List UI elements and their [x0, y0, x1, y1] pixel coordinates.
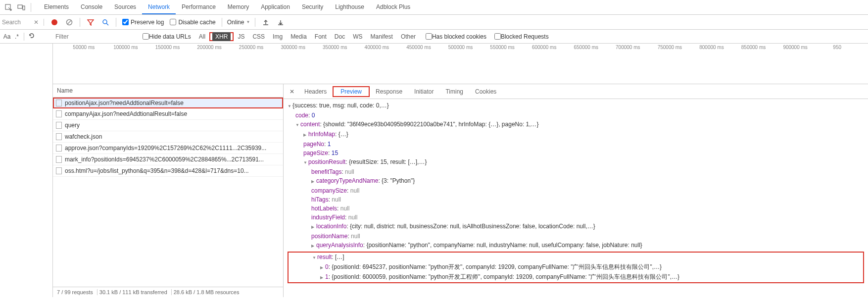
search-results-sidebar [0, 44, 53, 297]
type-manifest[interactable]: Manifest [368, 32, 396, 41]
request-row[interactable]: positionAjax.json?needAddtionalResult=fa… [53, 98, 283, 108]
tick: 350000 ms [314, 45, 356, 50]
type-js[interactable]: JS [235, 32, 247, 41]
panel-tabs: Elements Console Sources Network Perform… [38, 0, 416, 14]
tab-adblock[interactable]: Adblock Plus [370, 0, 416, 14]
disable-cache-checkbox[interactable]: Disable cache [170, 19, 215, 26]
svg-rect-1 [18, 5, 22, 8]
tick: 150000 ms [146, 45, 189, 50]
type-css[interactable]: CSS [249, 32, 268, 41]
close-detail-icon[interactable]: ✕ [286, 88, 298, 95]
request-row[interactable]: oss.html?u=/jobs/list_python&q=395&n=398… [53, 165, 283, 177]
tab-elements[interactable]: Elements [38, 0, 75, 14]
tick: 650000 ms [565, 45, 607, 50]
request-row[interactable]: mark_info?positionIds=6945237%2C6000059%… [53, 154, 283, 165]
request-detail-pane: ✕ Headers Preview Response Initiator Tim… [284, 84, 868, 297]
tick: 250000 ms [230, 45, 272, 50]
tick: 750000 ms [649, 45, 691, 50]
status-transferred: 30.1 kB / 111 kB transferred [99, 289, 172, 295]
blocked-requests-checkbox[interactable]: Blocked Requests [494, 33, 549, 40]
tick: 600000 ms [523, 45, 565, 50]
tick: 50000 ms [63, 45, 105, 50]
tab-console[interactable]: Console [75, 0, 108, 14]
file-icon [56, 156, 62, 163]
type-ws[interactable]: WS [350, 32, 365, 41]
detail-tab-initiator[interactable]: Initiator [408, 85, 439, 98]
status-resources: 28.6 kB / 1.8 MB resources [174, 289, 240, 295]
svg-line-6 [106, 23, 108, 25]
status-bar: 7 / 99 requests 30.1 kB / 111 kB transfe… [53, 287, 283, 297]
record-button[interactable] [49, 17, 60, 28]
search-label: Search [2, 19, 21, 26]
has-blocked-cookies-checkbox[interactable]: Has blocked cookies [426, 33, 486, 40]
tick: 450000 ms [398, 45, 440, 50]
tab-sources[interactable]: Sources [108, 0, 142, 14]
tab-application[interactable]: Application [255, 0, 296, 14]
file-icon [56, 122, 62, 129]
tick: 850000 ms [732, 45, 774, 50]
tick: 700000 ms [607, 45, 649, 50]
type-doc[interactable]: Doc [332, 32, 348, 41]
filter-toggle-icon[interactable] [85, 17, 96, 28]
tab-lighthouse[interactable]: Lighthouse [329, 0, 370, 14]
tick: 800000 ms [691, 45, 733, 50]
tick: 100000 ms [105, 45, 147, 50]
type-font[interactable]: Font [312, 32, 330, 41]
tab-memory[interactable]: Memory [222, 0, 255, 14]
download-har-icon[interactable] [275, 17, 286, 28]
filter-input[interactable] [54, 32, 139, 41]
file-icon [56, 145, 62, 152]
tab-security[interactable]: Security [296, 0, 329, 14]
hide-data-urls-checkbox[interactable]: Hide data URLs [143, 33, 191, 40]
tab-network[interactable]: Network [142, 0, 176, 14]
tick: 500000 ms [439, 45, 482, 50]
match-case-icon[interactable]: Aa [2, 33, 12, 40]
svg-rect-2 [23, 6, 25, 10]
search-icon[interactable] [100, 17, 111, 28]
type-all[interactable]: All [196, 32, 208, 41]
clear-button[interactable] [64, 17, 75, 28]
network-toolbar: Search ✕ Preserve log Disable cache Onli… [0, 15, 868, 30]
request-row[interactable]: query [53, 120, 283, 131]
svg-line-4 [67, 20, 71, 24]
status-requests: 7 / 99 requests [57, 289, 97, 295]
detail-tab-preview[interactable]: Preview [335, 85, 368, 98]
inspect-icon[interactable] [2, 1, 15, 14]
detail-tab-response[interactable]: Response [370, 85, 408, 98]
tick: 200000 ms [189, 45, 231, 50]
file-icon [56, 167, 62, 174]
svg-point-5 [103, 20, 107, 24]
refresh-icon[interactable] [26, 32, 37, 41]
request-row[interactable]: wafcheck.json [53, 131, 283, 143]
file-icon [56, 100, 62, 106]
regex-icon[interactable]: .* [12, 33, 22, 40]
tick: 550000 ms [482, 45, 524, 50]
type-img[interactable]: Img [270, 32, 286, 41]
type-other[interactable]: Other [398, 32, 419, 41]
detail-tab-timing[interactable]: Timing [439, 85, 469, 98]
detail-tab-headers[interactable]: Headers [298, 85, 333, 98]
request-row[interactable]: companyAjax.json?needAddtionalResult=fal… [53, 108, 283, 120]
tick: 300000 ms [272, 45, 314, 50]
throttling-select[interactable]: Online▼ [225, 19, 252, 26]
tick: 900000 ms [774, 45, 817, 50]
request-row[interactable]: approve.json?companyIds=19209%2C157269%2… [53, 143, 283, 154]
upload-har-icon[interactable] [260, 17, 271, 28]
search-clear-icon[interactable]: ✕ [31, 19, 42, 26]
preview-json-tree[interactable]: {success: true, msg: null, code: 0,…} co… [284, 99, 868, 297]
tick: 400000 ms [356, 45, 398, 50]
device-toggle-icon[interactable] [15, 1, 28, 14]
requests-list-pane: Name positionAjax.json?needAddtionalResu… [53, 84, 284, 297]
file-icon [56, 133, 62, 140]
tab-performance[interactable]: Performance [176, 0, 222, 14]
devtools-topbar: Elements Console Sources Network Perform… [0, 0, 868, 15]
tick: 950 [816, 45, 858, 50]
type-media[interactable]: Media [288, 32, 310, 41]
preserve-log-checkbox[interactable]: Preserve log [122, 19, 164, 26]
type-xhr[interactable]: XHR [212, 32, 231, 41]
file-icon [56, 110, 62, 117]
detail-tab-cookies[interactable]: Cookies [469, 85, 502, 98]
network-filterbar: Aa .* Hide data URLs All XHR JS CSS Img … [0, 30, 868, 44]
list-header-name[interactable]: Name [53, 84, 283, 98]
timeline-overview[interactable]: 50000 ms 100000 ms 150000 ms 200000 ms 2… [53, 44, 868, 84]
